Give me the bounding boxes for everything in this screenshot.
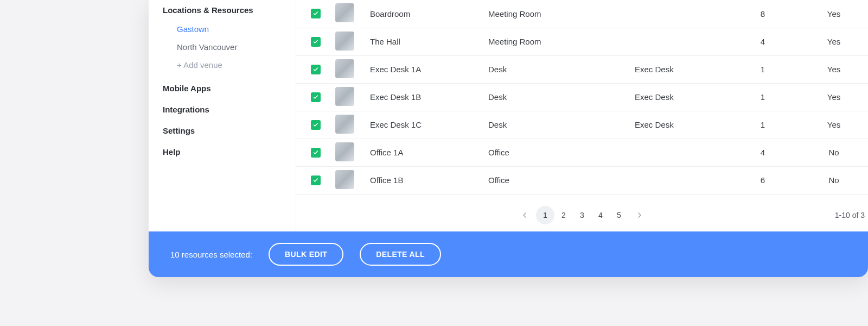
resource-name: Office 1B xyxy=(370,175,403,185)
resource-capacity: 8 xyxy=(761,9,765,18)
resource-thumbnail xyxy=(335,59,354,78)
resource-capacity: 1 xyxy=(761,92,765,102)
selection-count-label: 10 resources selected: xyxy=(170,250,252,259)
sidebar-add-venue[interactable]: + Add venue xyxy=(163,56,285,74)
row-checkbox[interactable] xyxy=(311,9,321,18)
resource-available: Yes xyxy=(827,92,840,102)
check-icon xyxy=(312,66,319,73)
page-number[interactable]: 5 xyxy=(610,206,628,224)
resource-available: Yes xyxy=(827,120,840,129)
sidebar-venue-item[interactable]: Gastown xyxy=(163,20,285,38)
resource-name: Exec Desk 1A xyxy=(370,65,421,74)
check-icon xyxy=(312,94,319,101)
resource-type: Desk xyxy=(488,120,507,129)
resource-row[interactable]: Exec Desk 1CDeskExec Desk1Yes xyxy=(296,111,868,139)
resource-available: No xyxy=(828,148,839,157)
resource-group: Exec Desk xyxy=(635,120,674,129)
check-icon xyxy=(312,149,319,156)
sidebar-heading-locations[interactable]: Locations & Resources xyxy=(163,0,285,20)
page-number[interactable]: 3 xyxy=(573,206,591,224)
check-icon xyxy=(312,10,319,17)
page-number[interactable]: 2 xyxy=(554,206,573,224)
selection-bar: 10 resources selected: BULK EDIT DELETE … xyxy=(149,231,868,277)
resource-thumbnail xyxy=(335,142,354,161)
resource-capacity: 1 xyxy=(761,120,765,129)
pagination: 12345 1-10 of 3 xyxy=(296,199,868,231)
resource-row[interactable]: BoardroomMeeting Room8Yes xyxy=(296,0,868,28)
resource-row[interactable]: Exec Desk 1ADeskExec Desk1Yes xyxy=(296,55,868,83)
check-icon xyxy=(312,39,319,45)
app-window: Locations & Resources GastownNorth Vanco… xyxy=(149,0,868,277)
resource-table: BoardroomMeeting Room8YesThe HallMeeting… xyxy=(296,0,868,199)
resource-available: No xyxy=(828,175,839,185)
resource-type: Meeting Room xyxy=(488,37,541,46)
resource-thumbnail xyxy=(335,32,354,51)
row-checkbox[interactable] xyxy=(311,175,321,185)
resource-type: Office xyxy=(488,148,509,157)
resource-capacity: 1 xyxy=(761,65,765,74)
resource-name: The Hall xyxy=(370,37,400,46)
resource-row[interactable]: Office 1BOffice6No xyxy=(296,166,868,194)
page-number[interactable]: 1 xyxy=(536,206,554,224)
row-checkbox[interactable] xyxy=(311,92,321,102)
sidebar-nav-item[interactable]: Help xyxy=(163,137,285,159)
resource-name: Boardroom xyxy=(370,9,410,18)
resource-row[interactable]: Exec Desk 1BDeskExec Desk1Yes xyxy=(296,83,868,111)
bulk-edit-button[interactable]: BULK EDIT xyxy=(269,243,343,266)
pagination-controls: 12345 xyxy=(515,206,649,224)
resource-name: Exec Desk 1B xyxy=(370,92,421,102)
resource-type: Meeting Room xyxy=(488,9,541,18)
content-area: Locations & Resources GastownNorth Vanco… xyxy=(149,0,868,231)
sidebar-nav-item[interactable]: Mobile Apps xyxy=(163,74,285,95)
resource-type: Desk xyxy=(488,92,507,102)
sidebar-nav-item[interactable]: Settings xyxy=(163,116,285,137)
resource-thumbnail xyxy=(335,87,354,106)
resource-available: Yes xyxy=(827,65,840,74)
resource-capacity: 4 xyxy=(761,148,765,157)
row-checkbox[interactable] xyxy=(311,37,321,47)
chevron-left-icon xyxy=(520,211,529,220)
row-checkbox[interactable] xyxy=(311,65,321,74)
resource-name: Office 1A xyxy=(370,148,403,157)
resource-thumbnail xyxy=(335,170,354,189)
resource-row[interactable]: The HallMeeting Room4Yes xyxy=(296,28,868,55)
resource-thumbnail xyxy=(335,3,354,22)
resource-available: Yes xyxy=(827,37,840,46)
resource-capacity: 6 xyxy=(761,175,765,185)
check-icon xyxy=(312,122,319,128)
resource-type: Office xyxy=(488,175,509,185)
pagination-range: 1-10 of 3 xyxy=(835,211,865,220)
chevron-right-icon xyxy=(635,211,644,220)
row-checkbox[interactable] xyxy=(311,148,321,158)
resource-thumbnail xyxy=(335,115,354,134)
row-checkbox[interactable] xyxy=(311,120,321,130)
sidebar: Locations & Resources GastownNorth Vanco… xyxy=(149,0,296,231)
delete-all-button[interactable]: DELETE ALL xyxy=(360,243,441,266)
main-panel: BoardroomMeeting Room8YesThe HallMeeting… xyxy=(296,0,868,231)
page-next[interactable] xyxy=(630,206,649,224)
resource-group: Exec Desk xyxy=(635,65,674,74)
page-prev[interactable] xyxy=(515,206,534,224)
check-icon xyxy=(312,177,319,184)
sidebar-nav-item[interactable]: Integrations xyxy=(163,95,285,116)
sidebar-venue-item[interactable]: North Vancouver xyxy=(163,38,285,56)
resource-row[interactable]: Office 1AOffice4No xyxy=(296,139,868,166)
resource-name: Exec Desk 1C xyxy=(370,120,422,129)
resource-type: Desk xyxy=(488,65,507,74)
resource-group: Exec Desk xyxy=(635,92,674,102)
resource-capacity: 4 xyxy=(761,37,765,46)
page-number[interactable]: 4 xyxy=(591,206,610,224)
resource-available: Yes xyxy=(827,9,840,18)
